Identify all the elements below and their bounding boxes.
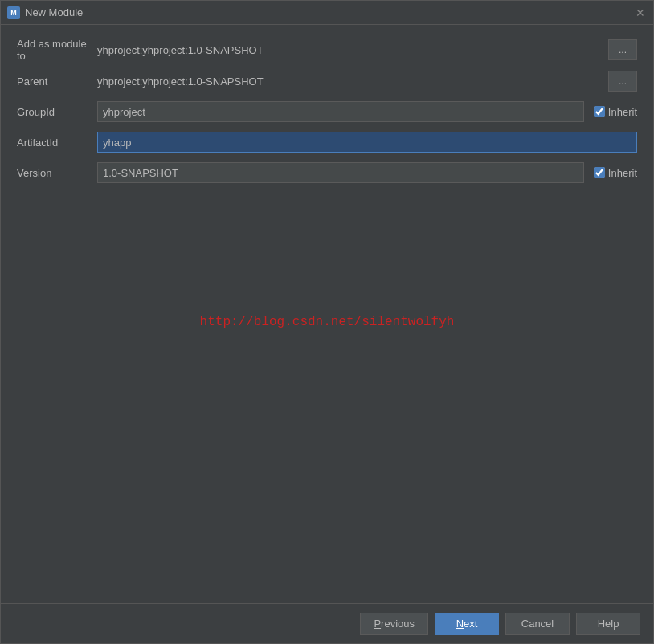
group-id-inherit-label: Inherit	[608, 106, 637, 118]
title-bar: M New Module ✕	[1, 1, 653, 25]
parent-ellipsis-button[interactable]: ...	[608, 71, 637, 92]
previous-button[interactable]: Previous	[360, 613, 428, 635]
group-id-inherit: Inherit	[594, 106, 637, 118]
close-button[interactable]: ✕	[634, 6, 647, 19]
version-input[interactable]	[97, 162, 584, 183]
dialog-title: New Module	[25, 6, 83, 18]
dialog-icon: M	[7, 6, 20, 19]
cancel-button[interactable]: Cancel	[505, 613, 570, 635]
new-module-dialog: M New Module ✕ Add as module to yhprojec…	[0, 0, 654, 644]
artifact-id-label: ArtifactId	[17, 137, 97, 149]
next-button[interactable]: Next	[435, 613, 499, 635]
version-inherit-label: Inherit	[608, 167, 637, 179]
add-module-ellipsis-button[interactable]: ...	[608, 39, 637, 60]
group-id-row: GroupId Inherit	[17, 100, 637, 123]
dialog-footer: Previous Next Cancel Help	[1, 603, 653, 643]
artifact-id-input[interactable]	[97, 132, 637, 153]
group-id-input[interactable]	[97, 101, 584, 122]
dialog-content: Add as module to yhproject:yhproject:1.0…	[1, 25, 653, 603]
group-id-input-area: Inherit	[97, 101, 637, 122]
version-label: Version	[17, 167, 97, 179]
version-row: Version Inherit	[17, 161, 637, 184]
artifact-id-input-area	[97, 132, 637, 153]
parent-value: yhproject:yhproject:1.0-SNAPSHOT	[97, 75, 608, 88]
group-id-label: GroupId	[17, 106, 97, 118]
help-button[interactable]: Help	[576, 613, 640, 635]
title-bar-left: M New Module	[7, 6, 83, 19]
version-inherit-checkbox[interactable]	[594, 167, 605, 178]
add-module-value: yhproject:yhproject:1.0-SNAPSHOT	[97, 44, 608, 56]
add-module-label: Add as module to	[17, 38, 97, 62]
version-inherit: Inherit	[594, 167, 637, 179]
artifact-id-row: ArtifactId	[17, 131, 637, 153]
parent-label: Parent	[17, 75, 97, 88]
add-module-row: Add as module to yhproject:yhproject:1.0…	[17, 38, 637, 62]
group-id-inherit-checkbox[interactable]	[594, 106, 605, 117]
version-input-area: Inherit	[97, 162, 637, 183]
parent-row: Parent yhproject:yhproject:1.0-SNAPSHOT …	[17, 70, 637, 92]
